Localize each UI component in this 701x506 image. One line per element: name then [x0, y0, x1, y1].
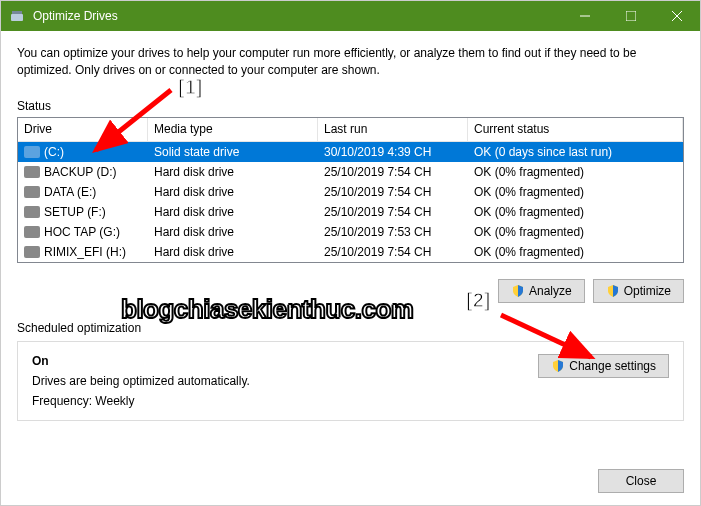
drive-media: Solid state drive — [148, 143, 318, 161]
col-status[interactable]: Current status — [468, 118, 683, 141]
sched-box: On Drives are being optimized automatica… — [17, 341, 684, 421]
description-text: You can optimize your drives to help you… — [17, 45, 684, 79]
drive-media: Hard disk drive — [148, 163, 318, 181]
analyze-label: Analyze — [529, 284, 572, 298]
sched-desc: Drives are being optimized automatically… — [32, 374, 538, 388]
svg-rect-0 — [11, 14, 23, 21]
optimize-label: Optimize — [624, 284, 671, 298]
table-row[interactable]: HOC TAP (G:)Hard disk drive25/10/2019 7:… — [18, 222, 683, 242]
shield-icon — [551, 359, 565, 373]
drive-status: OK (0% fragmented) — [468, 203, 683, 221]
sched-label: Scheduled optimization — [17, 321, 684, 335]
svg-rect-3 — [626, 11, 636, 21]
svg-rect-1 — [12, 11, 22, 14]
drive-media: Hard disk drive — [148, 203, 318, 221]
col-media[interactable]: Media type — [148, 118, 318, 141]
drive-name: BACKUP (D:) — [44, 165, 116, 179]
drive-icon — [24, 246, 40, 258]
drive-icon — [24, 206, 40, 218]
drive-media: Hard disk drive — [148, 223, 318, 241]
drive-status: OK (0% fragmented) — [468, 183, 683, 201]
drive-last: 25/10/2019 7:54 CH — [318, 183, 468, 201]
window-title: Optimize Drives — [33, 9, 562, 23]
drive-icon — [24, 226, 40, 238]
table-header: Drive Media type Last run Current status — [18, 118, 683, 142]
drive-name: SETUP (F:) — [44, 205, 106, 219]
table-row[interactable]: BACKUP (D:)Hard disk drive25/10/2019 7:5… — [18, 162, 683, 182]
drive-name: RIMIX_EFI (H:) — [44, 245, 126, 259]
titlebar: Optimize Drives — [1, 1, 700, 31]
drive-last: 25/10/2019 7:54 CH — [318, 163, 468, 181]
change-label: Change settings — [569, 359, 656, 373]
drive-status: OK (0% fragmented) — [468, 163, 683, 181]
status-label: Status — [17, 99, 684, 113]
minimize-button[interactable] — [562, 1, 608, 31]
drive-status: OK (0 days since last run) — [468, 143, 683, 161]
drive-name: DATA (E:) — [44, 185, 96, 199]
table-row[interactable]: RIMIX_EFI (H:)Hard disk drive25/10/2019 … — [18, 242, 683, 262]
analyze-button[interactable]: Analyze — [498, 279, 585, 303]
table-row[interactable]: DATA (E:)Hard disk drive25/10/2019 7:54 … — [18, 182, 683, 202]
drive-media: Hard disk drive — [148, 183, 318, 201]
drive-name: HOC TAP (G:) — [44, 225, 120, 239]
drive-media: Hard disk drive — [148, 243, 318, 261]
sched-on: On — [32, 354, 538, 368]
drive-last: 25/10/2019 7:54 CH — [318, 203, 468, 221]
drive-status: OK (0% fragmented) — [468, 243, 683, 261]
drive-status: OK (0% fragmented) — [468, 223, 683, 241]
shield-icon — [606, 284, 620, 298]
table-row[interactable]: SETUP (F:)Hard disk drive25/10/2019 7:54… — [18, 202, 683, 222]
change-settings-button[interactable]: Change settings — [538, 354, 669, 378]
close-window-button[interactable] — [654, 1, 700, 31]
drive-name: (C:) — [44, 145, 64, 159]
drive-icon — [24, 146, 40, 158]
app-icon — [9, 8, 25, 24]
table-row[interactable]: (C:)Solid state drive30/10/2019 4:39 CHO… — [18, 142, 683, 162]
drive-last: 25/10/2019 7:53 CH — [318, 223, 468, 241]
drive-icon — [24, 186, 40, 198]
drive-icon — [24, 166, 40, 178]
maximize-button[interactable] — [608, 1, 654, 31]
optimize-button[interactable]: Optimize — [593, 279, 684, 303]
drives-table: Drive Media type Last run Current status… — [17, 117, 684, 263]
col-last[interactable]: Last run — [318, 118, 468, 141]
drive-last: 25/10/2019 7:54 CH — [318, 243, 468, 261]
sched-freq: Frequency: Weekly — [32, 394, 538, 408]
shield-icon — [511, 284, 525, 298]
close-button[interactable]: Close — [598, 469, 684, 493]
col-drive[interactable]: Drive — [18, 118, 148, 141]
drive-last: 30/10/2019 4:39 CH — [318, 143, 468, 161]
